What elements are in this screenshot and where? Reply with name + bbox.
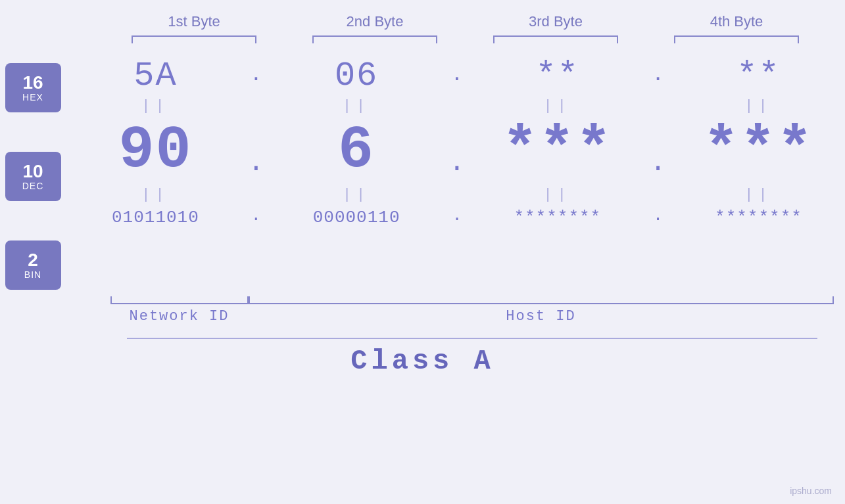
bottom-brackets (110, 296, 834, 304)
bin-text: BIN (24, 269, 41, 280)
eq1-b3: || (485, 98, 630, 114)
bottom-section: Network ID Host ID (110, 296, 834, 325)
byte2-header: 2nd Byte (302, 13, 447, 30)
byte-headers: 1st Byte 2nd Byte 3rd Byte 4th Byte (104, 13, 827, 30)
bracket-byte2 (312, 35, 437, 43)
eq1-b4: || (686, 98, 831, 114)
eq2-b3: || (485, 187, 630, 203)
bracket-byte1 (132, 35, 256, 43)
dot-hex-3: . (648, 62, 668, 90)
watermark: ipshu.com (790, 486, 832, 496)
dot-bin-3: . (648, 206, 668, 229)
eq2-b2: || (284, 187, 429, 203)
dot-dec-2: . (447, 147, 467, 184)
eq2-b4: || (686, 187, 831, 203)
bin-number: 2 (28, 251, 38, 269)
dec-number: 10 (22, 162, 43, 181)
dec-b1: 90 (83, 117, 228, 184)
bracket-host (249, 296, 834, 304)
bin-b3: ******** (485, 208, 630, 227)
hex-b2: 06 (284, 57, 429, 95)
bin-row: 01011010 . 00000110 . ******** . *******… (74, 206, 840, 229)
hex-row: 5A . 06 . ** . ** (74, 57, 840, 95)
byte1-header: 1st Byte (122, 13, 266, 30)
top-brackets (104, 35, 827, 43)
eq1-b1: || (83, 98, 228, 114)
hex-b3: ** (485, 57, 630, 95)
main-container: 1st Byte 2nd Byte 3rd Byte 4th Byte 16 H… (0, 0, 845, 504)
base-labels: 16 HEX 10 DEC 2 BIN (5, 63, 61, 290)
dec-b3: *** (485, 117, 630, 184)
dot-hex-2: . (447, 62, 467, 90)
bin-b1: 01011010 (83, 208, 228, 227)
byte4-header: 4th Byte (664, 13, 809, 30)
values-area: 5A . 06 . ** . ** || || || || 90 (74, 57, 840, 229)
bin-label: 2 BIN (5, 241, 61, 290)
host-id-label: Host ID (249, 308, 834, 325)
dec-b4: *** (686, 117, 831, 184)
dot-bin-1: . (246, 206, 266, 229)
hex-number: 16 (22, 74, 43, 92)
byte3-header: 3rd Byte (483, 13, 628, 30)
dot-hex-1: . (246, 62, 266, 90)
dec-row: 90 . 6 . *** . *** (74, 117, 840, 184)
dot-bin-2: . (447, 206, 467, 229)
bin-b2: 00000110 (284, 208, 429, 227)
hex-b4: ** (686, 57, 831, 95)
eq1-b2: || (284, 98, 429, 114)
hex-label: 16 HEX (5, 63, 61, 112)
equals-row-1: || || || || (74, 95, 840, 117)
dec-label: 10 DEC (5, 152, 61, 201)
network-id-label: Network ID (110, 308, 249, 325)
bracket-byte3 (493, 35, 618, 43)
dot-dec-3: . (648, 147, 668, 184)
eq2-b1: || (83, 187, 228, 203)
hex-text: HEX (22, 92, 43, 103)
bottom-labels: Network ID Host ID (110, 308, 834, 325)
main-values: 16 HEX 10 DEC 2 BIN 5A . 06 . ** . ** (5, 57, 840, 290)
dec-text: DEC (22, 181, 44, 191)
bracket-byte4 (674, 35, 799, 43)
class-label: Class A (0, 346, 845, 377)
bracket-network (110, 296, 249, 304)
equals-row-2: || || || || (74, 184, 840, 206)
dot-dec-1: . (246, 147, 266, 184)
bin-b4: ******** (686, 208, 831, 227)
hex-b1: 5A (83, 57, 228, 95)
class-divider (127, 338, 817, 339)
dec-b2: 6 (284, 117, 429, 184)
